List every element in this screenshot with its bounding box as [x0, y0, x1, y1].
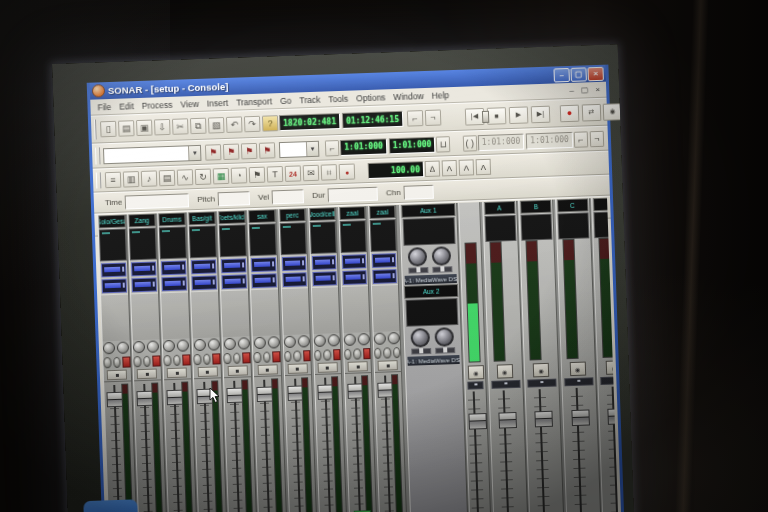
loop-end-display[interactable]: 1:01:000 — [389, 136, 436, 154]
send-module[interactable] — [282, 272, 307, 287]
trim-knob[interactable] — [223, 338, 235, 350]
preset-combobox[interactable]: ▼ — [103, 144, 202, 163]
go-to-end-button[interactable]: ▶| — [531, 105, 551, 123]
meter-key-icon[interactable]: 24 — [285, 165, 302, 182]
interleave-button[interactable] — [167, 367, 187, 378]
aux-name[interactable]: Aux 1 — [401, 203, 455, 218]
bus-io-box[interactable] — [594, 211, 619, 238]
trim-knob[interactable] — [103, 342, 115, 354]
new-file-icon[interactable]: ▯ — [100, 121, 117, 138]
tempo-view-icon[interactable]: T — [267, 166, 284, 183]
mute-button[interactable] — [163, 355, 171, 366]
pan-knob[interactable] — [267, 336, 279, 348]
bus-fader-handle[interactable] — [571, 409, 590, 426]
trim-knob[interactable] — [163, 340, 175, 352]
aux-return-knob[interactable] — [435, 327, 455, 347]
duration-field[interactable] — [328, 186, 378, 202]
snap-grid-icon[interactable]: ⌗ — [321, 164, 338, 181]
channel-name[interactable]: Bas/git — [189, 211, 216, 225]
channel-io-box[interactable] — [129, 227, 157, 260]
channel-io-box[interactable] — [309, 221, 337, 254]
pan-knob[interactable] — [177, 339, 189, 351]
bus-name[interactable]: B — [520, 200, 551, 214]
pan-knob[interactable] — [117, 341, 129, 353]
big-time-icon[interactable]: ◔ — [231, 167, 248, 184]
toolbar-grip[interactable] — [95, 147, 100, 164]
audio-view-icon[interactable]: ∿ — [177, 169, 194, 186]
channel-name[interactable]: sax — [249, 209, 276, 223]
mute-button[interactable] — [133, 356, 141, 367]
aux-fx-bin[interactable] — [403, 217, 456, 246]
restore-button[interactable]: ▢ — [570, 67, 586, 82]
aux-output-button[interactable]: ◉ — [468, 365, 484, 380]
pan-knob[interactable] — [358, 333, 370, 345]
staff-view-icon[interactable]: ♪ — [141, 170, 158, 187]
mdi-close-button[interactable]: × — [592, 85, 603, 94]
position-slider-thumb[interactable] — [482, 111, 489, 123]
open-folder-icon[interactable]: ▤ — [118, 120, 135, 137]
bus-pan-bar[interactable] — [564, 377, 593, 386]
menu-help[interactable]: Help — [427, 90, 453, 101]
punch-bracket-right-icon[interactable]: ¬ — [590, 130, 605, 146]
punch-bracket-left-icon[interactable]: ⌐ — [574, 131, 589, 147]
undo-icon[interactable]: ↶ — [226, 116, 243, 133]
mute-button[interactable] — [374, 347, 382, 358]
loop-marker-right-icon[interactable]: ¬ — [425, 109, 442, 126]
aux-pan-slider[interactable] — [435, 347, 455, 354]
eq-module[interactable] — [251, 257, 276, 272]
bus-pan-bar[interactable] — [491, 380, 520, 389]
minimize-button[interactable]: – — [553, 67, 569, 82]
menu-view[interactable]: View — [176, 98, 203, 109]
send-module[interactable] — [252, 273, 277, 288]
solo-button[interactable] — [323, 349, 331, 360]
punch-out-display[interactable]: 1:01:000 — [526, 131, 573, 149]
cut-icon[interactable]: ✂ — [172, 118, 189, 135]
solo-button[interactable] — [383, 347, 391, 358]
mute-button[interactable] — [103, 357, 111, 368]
bus-fader-handle[interactable] — [498, 412, 517, 429]
markers-icon[interactable]: ⚑ — [249, 167, 266, 184]
aux-pan-slider[interactable] — [432, 266, 452, 273]
channel-name[interactable]: Zang — [128, 214, 155, 228]
send-module[interactable] — [102, 279, 127, 294]
sysx-icon[interactable]: ✉ — [303, 165, 320, 182]
menu-edit[interactable]: Edit — [115, 101, 138, 112]
record-arm-button[interactable] — [212, 353, 220, 364]
interleave-button[interactable] — [107, 370, 127, 381]
channel-io-box[interactable] — [219, 224, 247, 257]
send-module[interactable] — [372, 269, 397, 284]
bus-output-button[interactable]: ◉ — [496, 364, 512, 379]
mute-button[interactable] — [284, 350, 292, 361]
menu-track[interactable]: Track — [295, 94, 324, 105]
trim-knob[interactable] — [314, 335, 326, 347]
channel-name[interactable]: Drums — [158, 212, 185, 226]
trim-knob[interactable] — [344, 334, 356, 346]
menu-tools[interactable]: Tools — [324, 93, 352, 104]
note-whole-button[interactable]: ∆ — [425, 161, 441, 178]
solo-button[interactable] — [113, 356, 121, 367]
channel-name[interactable]: perc — [279, 208, 306, 222]
marker-flag-2-icon[interactable]: ⚑ — [223, 143, 240, 160]
loop-brackets-icon[interactable]: ⊔ — [436, 136, 451, 152]
redo-icon[interactable]: ↷ — [244, 116, 261, 133]
paste-icon[interactable]: ▧ — [208, 117, 225, 134]
pan-knob[interactable] — [147, 340, 159, 352]
aux-fx-name[interactable]: A-1: MediaWave DSt — [405, 274, 457, 285]
bus-output-button[interactable]: ◉ — [606, 360, 619, 375]
trim-knob[interactable] — [253, 337, 265, 349]
help-icon[interactable]: ? — [262, 115, 279, 132]
note-eighth-button[interactable]: Λ — [476, 159, 492, 176]
chevron-down-icon[interactable]: ▼ — [188, 145, 200, 159]
reset-audio-icon[interactable]: ▮ — [624, 102, 635, 120]
marker-flag-3-icon[interactable]: ⚑ — [241, 142, 258, 159]
channel-field[interactable] — [403, 184, 433, 199]
bus-io-box[interactable] — [557, 212, 589, 239]
marker-flag-1-icon[interactable]: ⚑ — [205, 144, 222, 161]
send-module[interactable] — [132, 277, 157, 292]
aux-fader-handle[interactable] — [468, 413, 487, 430]
interleave-button[interactable] — [197, 366, 217, 377]
bus-fader-handle[interactable] — [608, 408, 619, 425]
aux-fx-bin[interactable] — [405, 298, 458, 327]
pan-knob[interactable] — [388, 332, 400, 344]
mdi-restore-button[interactable]: ▢ — [579, 85, 590, 94]
